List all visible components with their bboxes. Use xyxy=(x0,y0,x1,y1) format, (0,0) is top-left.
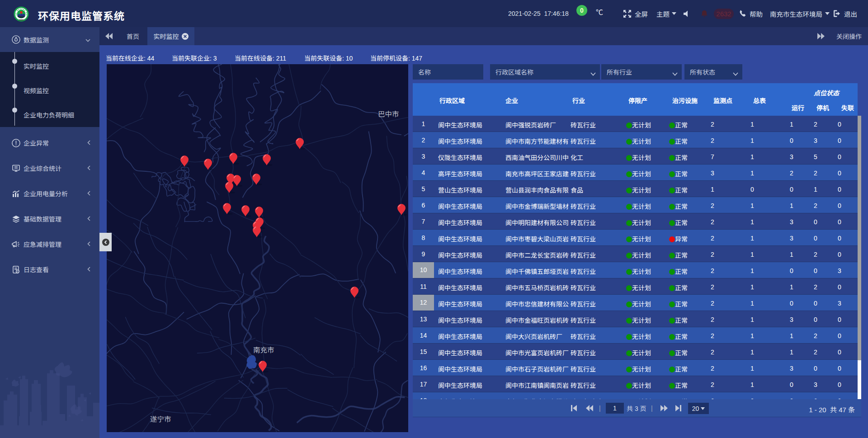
svg-text:巴中市: 巴中市 xyxy=(378,110,399,118)
svg-text:南充市: 南充市 xyxy=(253,346,274,354)
svg-text:遂宁市: 遂宁市 xyxy=(150,415,171,423)
